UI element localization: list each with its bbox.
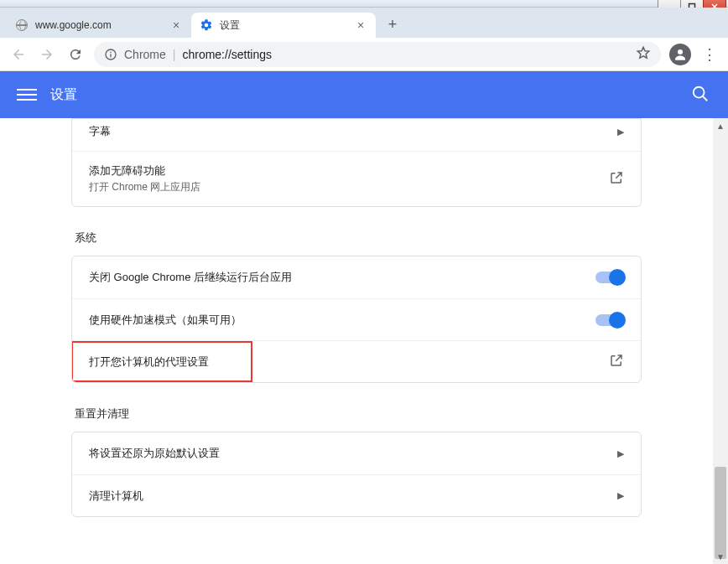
proxy-settings-row[interactable]: 打开您计算机的代理设置 xyxy=(72,340,641,382)
address-bar[interactable]: Chrome | chrome://settings xyxy=(94,42,661,67)
new-tab-button[interactable]: + xyxy=(381,13,404,36)
external-link-icon xyxy=(609,170,624,188)
url-text: chrome://settings xyxy=(182,48,272,61)
row-label: 打开您计算机的代理设置 xyxy=(89,354,609,370)
reload-button[interactable] xyxy=(65,44,86,65)
back-button[interactable] xyxy=(8,44,29,65)
reset-section-title: 重置并清理 xyxy=(75,406,642,422)
chevron-right-icon: ▶ xyxy=(617,127,624,137)
svg-point-7 xyxy=(678,49,683,54)
svg-point-5 xyxy=(110,51,112,53)
svg-rect-6 xyxy=(110,54,111,57)
row-label: 关闭 Google Chrome 后继续运行后台应用 xyxy=(89,270,595,285)
system-card: 关闭 Google Chrome 后继续运行后台应用 使用硬件加速模式（如果可用… xyxy=(71,256,642,383)
globe-icon xyxy=(15,18,29,32)
chevron-right-icon: ▶ xyxy=(617,448,624,459)
row-label: 添加无障碍功能 xyxy=(89,163,609,179)
restore-defaults-row[interactable]: 将设置还原为原始默认设置 ▶ xyxy=(72,432,641,474)
row-label: 使用硬件加速模式（如果可用） xyxy=(89,313,595,328)
gear-icon xyxy=(200,18,213,32)
hardware-accel-row[interactable]: 使用硬件加速模式（如果可用） xyxy=(72,298,641,340)
external-link-icon xyxy=(609,353,624,370)
url-divider: | xyxy=(173,48,176,61)
settings-content: 字幕 ▶ 添加无障碍功能 打开 Chrome 网上应用店 系统 关闭 Googl… xyxy=(0,118,713,564)
browser-toolbar: Chrome | chrome://settings ⋮ xyxy=(0,38,728,71)
scroll-down-icon[interactable]: ▼ xyxy=(713,549,728,564)
hamburger-icon[interactable] xyxy=(17,85,37,105)
bookmark-star-icon[interactable] xyxy=(636,45,651,63)
tab-google[interactable]: www.google.com × xyxy=(7,13,191,38)
svg-point-8 xyxy=(694,87,705,98)
row-label: 字幕 xyxy=(89,124,617,139)
scroll-up-icon[interactable]: ▲ xyxy=(713,118,728,133)
tab-title: 设置 xyxy=(220,18,354,33)
menu-button[interactable]: ⋮ xyxy=(699,44,720,65)
forward-button[interactable] xyxy=(37,44,57,65)
chevron-right-icon: ▶ xyxy=(617,490,624,501)
background-apps-row[interactable]: 关闭 Google Chrome 后继续运行后台应用 xyxy=(72,256,641,298)
vertical-scrollbar[interactable]: ▲ ▼ xyxy=(713,118,728,564)
window-titlebar xyxy=(0,0,728,8)
close-icon[interactable]: × xyxy=(354,18,367,32)
tab-settings[interactable]: 设置 × xyxy=(191,13,376,38)
info-icon xyxy=(104,48,117,61)
profile-avatar[interactable] xyxy=(669,44,691,65)
add-accessibility-row[interactable]: 添加无障碍功能 打开 Chrome 网上应用店 xyxy=(72,151,641,206)
captions-row[interactable]: 字幕 ▶ xyxy=(72,119,641,151)
reset-card: 将设置还原为原始默认设置 ▶ 清理计算机 ▶ xyxy=(71,432,642,517)
tab-title: www.google.com xyxy=(35,19,169,31)
page-title: 设置 xyxy=(50,86,691,104)
tab-strip: www.google.com × 设置 × + xyxy=(0,8,728,38)
svg-line-9 xyxy=(703,96,708,101)
url-scheme: Chrome xyxy=(124,48,166,61)
accessibility-card: 字幕 ▶ 添加无障碍功能 打开 Chrome 网上应用店 xyxy=(71,118,642,207)
settings-header: 设置 xyxy=(0,71,728,118)
row-sublabel: 打开 Chrome 网上应用店 xyxy=(89,180,609,194)
system-section-title: 系统 xyxy=(75,230,642,246)
row-label: 清理计算机 xyxy=(89,489,617,504)
toggle-switch[interactable] xyxy=(595,272,624,283)
search-icon[interactable] xyxy=(691,85,711,105)
toggle-switch[interactable] xyxy=(595,314,624,326)
close-icon[interactable]: × xyxy=(169,18,183,32)
row-label: 将设置还原为原始默认设置 xyxy=(89,446,617,461)
scrollbar-thumb[interactable] xyxy=(715,467,726,559)
cleanup-computer-row[interactable]: 清理计算机 ▶ xyxy=(72,474,641,516)
